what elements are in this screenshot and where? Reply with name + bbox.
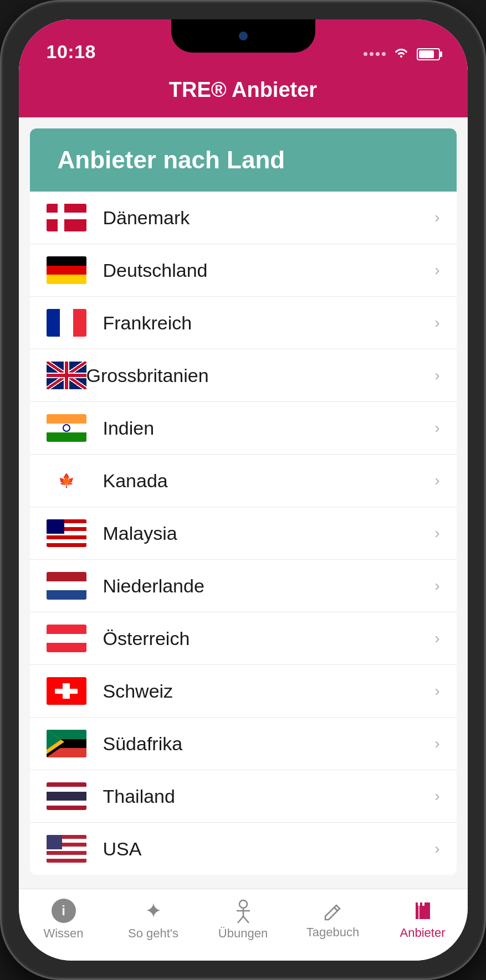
notch-camera [239, 32, 248, 40]
country-name: Grossbritanien [86, 365, 435, 386]
pencil-icon [323, 900, 343, 922]
flag-india [47, 414, 86, 442]
person-icon [232, 899, 254, 923]
chevron-icon: › [434, 367, 439, 384]
country-name: Österreich [103, 628, 435, 649]
chevron-icon: › [434, 840, 439, 858]
country-name: Südafrika [103, 733, 435, 755]
flag-canada: 🍁 [47, 467, 86, 494]
section-header: Anbieter nach Land [30, 128, 457, 192]
country-name: Deutschland [103, 260, 435, 281]
tab-anbieter-label: Anbieter [400, 926, 446, 940]
svg-line-5 [334, 907, 337, 911]
svg-rect-7 [422, 901, 424, 906]
tab-tagebuch-label: Tagebuch [306, 925, 359, 940]
bottom-spacer [19, 875, 468, 886]
chevron-icon: › [434, 472, 439, 489]
tab-sogehts-label: So geht's [128, 926, 178, 941]
list-item[interactable]: Dänemark › [30, 192, 457, 244]
country-name: Indien [103, 417, 435, 439]
list-item[interactable]: Malaysia › [30, 507, 457, 560]
chevron-icon: › [434, 787, 439, 805]
tab-bar: i Wissen ✦ So geht's Übungen [19, 889, 468, 961]
country-name: Frankreich [103, 312, 435, 334]
chevron-icon: › [434, 577, 439, 595]
chevron-icon: › [434, 630, 439, 647]
list-item[interactable]: Frankreich › [30, 297, 457, 349]
flag-denmark [47, 204, 86, 231]
phone-frame: 10:18 TRE® Anbieter [0, 0, 486, 980]
section-title: Anbieter nach Land [58, 146, 285, 173]
chevron-icon: › [434, 314, 439, 332]
list-item[interactable]: Indien › [30, 402, 457, 455]
country-name: Dänemark [103, 207, 435, 229]
list-item[interactable]: Österreich › [30, 612, 457, 665]
wissen-icon: i [52, 899, 76, 923]
country-name: Kanada [103, 470, 435, 492]
svg-point-0 [239, 900, 247, 908]
status-bar: 10:18 [19, 19, 468, 69]
chevron-icon: › [434, 682, 439, 700]
chevron-icon: › [434, 735, 439, 752]
country-name: Niederlande [103, 575, 435, 597]
country-name: Thailand [103, 786, 435, 807]
info-icon: i [62, 903, 65, 919]
flag-france [47, 309, 86, 337]
content-area: Anbieter nach Land Dänemark › [19, 117, 468, 889]
battery-icon [417, 48, 440, 60]
list-item[interactable]: Schweiz › [30, 665, 457, 718]
tab-sogehts[interactable]: ✦ So geht's [126, 899, 181, 941]
tab-wissen[interactable]: i Wissen [36, 899, 91, 941]
chevron-icon: › [434, 209, 439, 226]
flag-thailand [47, 782, 86, 810]
list-item[interactable]: 🍁 Kanada › [30, 455, 457, 507]
flag-switzerland [47, 677, 86, 705]
country-name: USA [103, 838, 435, 860]
tab-wissen-label: Wissen [43, 926, 83, 941]
svg-rect-6 [418, 901, 420, 906]
status-icons [364, 45, 440, 63]
flag-southafrica [47, 730, 86, 757]
svg-line-3 [238, 916, 243, 923]
list-item[interactable]: Grossbritanien › [30, 349, 457, 402]
chevron-icon: › [434, 524, 439, 542]
list-item[interactable]: Thailand › [30, 770, 457, 823]
list-item[interactable]: Südafrika › [30, 718, 457, 770]
tab-tagebuch[interactable]: Tagebuch [305, 900, 361, 940]
country-name: Malaysia [103, 523, 435, 544]
app-title: TRE® Anbieter [169, 78, 317, 101]
wifi-icon [392, 45, 410, 63]
status-time: 10:18 [47, 41, 96, 63]
chevron-icon: › [434, 419, 439, 437]
country-name: Schweiz [103, 680, 435, 702]
chevron-icon: › [434, 261, 439, 279]
list-item[interactable]: Niederlande › [30, 560, 457, 612]
flag-netherlands [47, 572, 86, 600]
svg-line-4 [243, 916, 249, 923]
flag-uk [47, 362, 86, 389]
flag-austria [47, 625, 86, 652]
phone-screen: 10:18 TRE® Anbieter [19, 19, 468, 961]
tab-ubungen-label: Übungen [218, 926, 268, 941]
list-item[interactable]: Deutschland › [30, 244, 457, 297]
tab-ubungen[interactable]: Übungen [216, 899, 271, 941]
signal-icon [364, 52, 386, 56]
app-header: TRE® Anbieter [19, 69, 468, 117]
list-item[interactable]: USA › [30, 823, 457, 875]
flag-germany [47, 256, 86, 284]
country-list: Dänemark › Deutschland › [30, 192, 457, 875]
tab-anbieter[interactable]: Anbieter [395, 899, 451, 940]
flag-malaysia [47, 519, 86, 547]
book-icon [411, 899, 434, 922]
flag-usa [47, 835, 86, 863]
sparkle-icon: ✦ [145, 899, 162, 923]
notch [171, 19, 315, 53]
